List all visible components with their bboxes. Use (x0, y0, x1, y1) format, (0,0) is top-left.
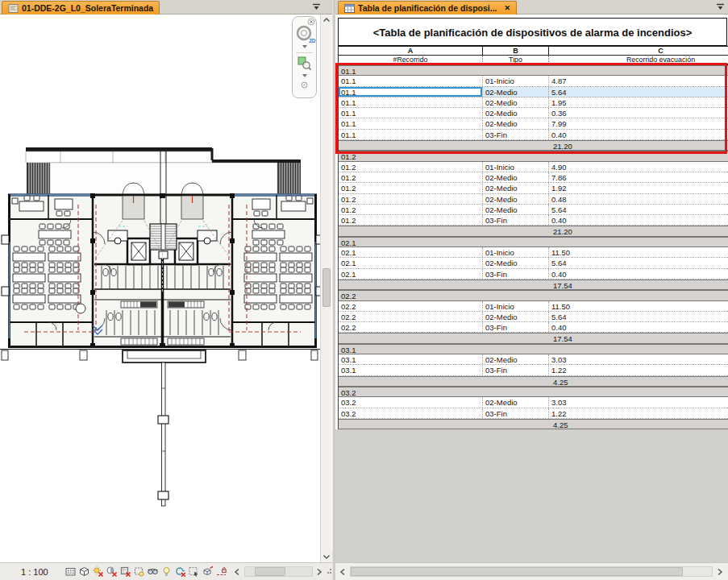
schedule-cell[interactable]: 01.2 (339, 172, 482, 182)
schedule-cell[interactable]: 1.92 (548, 183, 728, 193)
schedule-cell[interactable]: 0.36 (548, 108, 728, 118)
schedule-group-header[interactable]: 02.2 (339, 290, 728, 300)
schedule-row[interactable]: 03.202-Medio3.03 (339, 397, 728, 408)
schedule-cell[interactable]: 01.2 (339, 162, 482, 172)
floor-plan-canvas[interactable]: 2D (0, 14, 320, 562)
column-header[interactable]: #Recorrido (339, 56, 482, 64)
schedule-cell[interactable]: 03-Fin (482, 408, 548, 418)
schedule-cell[interactable]: 01-Inicio (482, 76, 548, 85)
schedule-cell[interactable]: 02-Medio (482, 108, 548, 118)
schedule-row[interactable]: 01.103-Fin0.40 (339, 130, 728, 140)
schedule-cell[interactable]: 01.2 (339, 205, 482, 214)
schedule-row[interactable]: 03.103-Fin1.22 (339, 365, 728, 375)
detail-level-icon[interactable] (64, 566, 77, 578)
schedule-cell[interactable]: 0.48 (548, 194, 728, 204)
schedule-cell[interactable]: 02.1 (339, 269, 482, 279)
schedule-row[interactable]: 02.101-Inicio11.50 (339, 247, 728, 258)
schedule-cell[interactable]: 7.86 (548, 172, 728, 182)
worksharing-display-off-icon[interactable] (174, 566, 186, 578)
schedule-cell[interactable]: 02.2 (339, 322, 482, 332)
schedule-cell[interactable]: 02-Medio (482, 194, 548, 204)
schedule-cell[interactable]: 02.1 (339, 247, 482, 257)
schedule-row[interactable]: 02.203-Fin0.40 (339, 322, 728, 333)
crop-view-off-icon[interactable] (119, 566, 131, 578)
schedule-cell[interactable]: 0.40 (548, 322, 728, 332)
schedule-cell[interactable]: 02-Medio (482, 312, 548, 321)
reveal-constraints-icon[interactable] (215, 566, 227, 578)
schedule-cell[interactable]: 5.64 (548, 258, 728, 267)
tab-list-dropdown-icon[interactable] (716, 3, 726, 12)
view-scale-control[interactable]: 1 : 100 (21, 567, 58, 577)
schedule-cell[interactable]: 01.1 (339, 97, 482, 107)
scroll-up-icon[interactable] (321, 14, 332, 26)
schedule-cell[interactable]: 03.1 (339, 354, 482, 364)
highlight-displacement-sets-icon[interactable] (202, 566, 214, 578)
schedule-cell[interactable]: 4.90 (548, 162, 728, 172)
left-vertical-scrollbar[interactable] (320, 14, 331, 562)
shadows-off-icon[interactable] (106, 566, 118, 578)
schedule-cell[interactable]: 5.64 (548, 205, 728, 214)
schedule-row[interactable]: 01.202-Medio0.48 (339, 194, 728, 205)
schedule-row[interactable]: 02.201-Inicio11.50 (339, 301, 728, 312)
schedule-cell[interactable]: 01-Inicio (482, 301, 548, 311)
schedule-cell[interactable]: 03.1 (339, 365, 482, 375)
zoom-options-dropdown-icon[interactable] (302, 74, 307, 77)
schedule-cell[interactable]: 03.2 (339, 408, 482, 418)
hscroll-right-icon[interactable] (314, 566, 323, 578)
schedule-row[interactable]: 01.102-Medio1.95 (339, 97, 728, 108)
schedule-row[interactable]: 02.102-Medio5.64 (339, 258, 728, 268)
column-header[interactable]: Recorrido evacuación (548, 56, 728, 64)
schedule-cell[interactable]: 01.1 (339, 130, 482, 139)
tab-list-dropdown-icon[interactable] (312, 3, 322, 12)
schedule-group-header[interactable]: 01.1 (339, 65, 728, 76)
schedule-cell[interactable]: 03-Fin (482, 130, 548, 139)
schedule-row[interactable]: 01.102-Medio7.99 (339, 118, 728, 129)
schedule-cell[interactable]: 03-Fin (482, 322, 548, 332)
schedule-group-header[interactable]: 02.1 (339, 237, 728, 247)
schedule-cell[interactable]: 01.2 (339, 194, 482, 204)
schedule-cell[interactable]: 03-Fin (482, 269, 548, 279)
sun-path-off-icon[interactable] (92, 566, 104, 578)
column-header[interactable]: Tipo (482, 56, 548, 64)
scroll-down-icon[interactable] (321, 551, 332, 562)
schedule-cell[interactable]: 01.1 (339, 108, 482, 118)
schedule-row[interactable]: 03.203-Fin1.22 (339, 408, 728, 419)
schedule-cell[interactable]: 03.2 (339, 397, 482, 407)
schedule-row[interactable]: 01.102-Medio0.36 (339, 108, 728, 118)
schedule-cell[interactable]: 01-Inicio (482, 162, 548, 172)
hscroll-left-icon[interactable] (338, 566, 347, 578)
schedule-cell[interactable]: 02-Medio (482, 97, 548, 107)
schedule-cell[interactable]: 11.50 (548, 247, 728, 257)
schedule-cell[interactable]: 02.2 (339, 312, 482, 321)
left-horizontal-scrollbar[interactable] (244, 566, 312, 577)
schedule-cell[interactable]: 02.1 (339, 258, 482, 267)
panel-resize-grip[interactable] (326, 567, 332, 577)
schedule-cell[interactable]: 03-Fin (482, 365, 548, 375)
visual-style-icon[interactable] (78, 566, 90, 578)
schedule-cell[interactable]: 02.2 (339, 301, 482, 311)
tab-schedule-view[interactable]: Tabla de planificación de disposi... ✕ (338, 1, 517, 14)
wheel-options-dropdown-icon[interactable] (302, 45, 307, 48)
schedule-group-header[interactable]: 01.2 (339, 151, 728, 161)
temporary-view-properties-icon[interactable] (188, 566, 200, 578)
schedule-cell[interactable]: 02-Medio (482, 118, 548, 128)
schedule-row[interactable]: 01.202-Medio7.86 (339, 172, 728, 183)
schedule-cell[interactable]: 01.2 (339, 183, 482, 193)
schedule-row[interactable]: 02.202-Medio5.64 (339, 312, 728, 322)
tab-floor-plan-view[interactable]: 01-DDE-2G_L0_SoleraTerminada (2, 1, 160, 14)
steering-wheel-2d-icon[interactable]: 2D (295, 25, 314, 43)
schedule-cell[interactable]: 03-Fin (482, 215, 548, 225)
schedule-group-header[interactable]: 03.2 (339, 387, 728, 397)
schedule-row[interactable]: 03.102-Medio3.03 (339, 354, 728, 365)
schedule-cell[interactable]: 1.22 (548, 408, 728, 418)
schedule-row[interactable]: 01.201-Inicio4.90 (339, 162, 728, 172)
schedule-cell[interactable]: 01.2 (339, 215, 482, 225)
schedule-row[interactable]: 01.203-Fin0.40 (339, 215, 728, 226)
schedule-row[interactable]: 01.101-Inicio4.87 (339, 76, 728, 86)
schedule-cell[interactable]: 02-Medio (482, 183, 548, 193)
schedule-cell[interactable]: 3.03 (548, 354, 728, 364)
schedule-group-header[interactable]: 03.1 (339, 344, 728, 354)
schedule-cell[interactable]: 02-Medio (482, 397, 548, 407)
temporary-hide-isolate-icon[interactable] (147, 566, 159, 578)
schedule-row[interactable]: 01.202-Medio5.64 (339, 205, 728, 215)
